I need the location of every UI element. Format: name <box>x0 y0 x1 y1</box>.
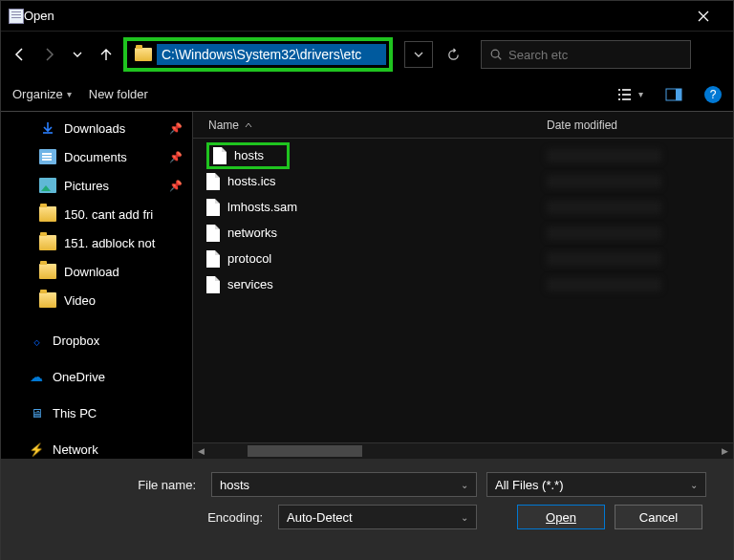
sidebar-item-label: Download <box>64 265 119 279</box>
open-button[interactable]: Open <box>517 505 605 529</box>
organize-menu[interactable]: Organize ▾ <box>12 87 72 101</box>
sidebar-item-folder-150[interactable]: 150. cant add fri <box>1 200 192 228</box>
chevron-down-icon: ⌄ <box>690 480 698 490</box>
sidebar-item-folder-151[interactable]: 151. adblock not <box>1 228 192 257</box>
chevron-down-icon: ▾ <box>638 89 643 99</box>
sidebar-item-onedrive[interactable]: ☁ OneDrive <box>1 362 192 391</box>
sidebar-item-documents[interactable]: Documents 📌 <box>1 142 192 171</box>
file-row[interactable]: lmhosts.sam <box>193 194 733 220</box>
date-modified-value <box>547 175 661 188</box>
onedrive-icon: ☁ <box>28 369 45 384</box>
view-options-button[interactable]: ▾ <box>616 83 643 106</box>
svg-rect-8 <box>622 94 631 96</box>
downloads-icon <box>39 120 56 136</box>
file-name: services <box>227 277 273 291</box>
chevron-down-icon: ⌄ <box>461 480 468 490</box>
sort-asc-icon <box>245 122 252 128</box>
help-icon: ? <box>710 88 717 101</box>
sidebar-item-network[interactable]: ⚡ Network <box>1 435 192 459</box>
file-list: hosts hosts.ics lmhosts.sam networks pro… <box>193 139 733 442</box>
horizontal-scrollbar[interactable]: ◀ ▶ <box>193 442 733 459</box>
filename-value: hosts <box>220 478 249 492</box>
sidebar-item-pictures[interactable]: Pictures 📌 <box>1 171 192 200</box>
encoding-value: Auto-Detect <box>287 510 353 525</box>
scroll-left-icon[interactable]: ◀ <box>193 443 209 460</box>
file-name: hosts <box>234 148 264 162</box>
search-input[interactable] <box>508 48 682 62</box>
sidebar-item-label: 150. cant add fri <box>64 207 153 222</box>
cancel-button[interactable]: Cancel <box>615 505 702 529</box>
pictures-icon <box>39 178 56 193</box>
file-name: protocol <box>227 251 271 266</box>
cancel-label: Cancel <box>639 510 678 525</box>
list-view-icon <box>617 87 637 102</box>
arrow-up-icon <box>98 47 114 62</box>
column-header-name[interactable]: Name <box>193 118 537 132</box>
column-header-label: Date modified <box>547 118 617 132</box>
encoding-combo[interactable]: Auto-Detect ⌄ <box>278 505 477 529</box>
encoding-label: Encoding: <box>20 510 269 525</box>
filename-combo[interactable]: hosts ⌄ <box>211 472 477 497</box>
help-button[interactable]: ? <box>704 86 722 103</box>
arrow-left-icon <box>12 47 28 62</box>
sidebar-item-label: This PC <box>53 406 97 420</box>
file-row[interactable]: protocol <box>193 246 733 271</box>
svg-rect-6 <box>618 98 620 100</box>
date-modified-value <box>547 201 661 214</box>
recent-locations-button[interactable] <box>66 43 89 66</box>
chevron-down-icon <box>73 50 82 59</box>
close-button[interactable] <box>681 1 725 32</box>
scroll-thumb[interactable] <box>248 445 362 457</box>
address-history-button[interactable] <box>404 41 433 68</box>
file-name: lmhosts.sam <box>227 200 297 214</box>
sidebar-item-folder-download[interactable]: Download <box>1 257 192 286</box>
window-title: Open <box>24 9 681 23</box>
forward-button[interactable] <box>37 43 60 66</box>
new-folder-button[interactable]: New folder <box>89 87 148 101</box>
sidebar-item-downloads[interactable]: Downloads 📌 <box>1 114 192 142</box>
chevron-down-icon: ▾ <box>67 89 72 99</box>
sidebar-item-label: Video <box>64 293 96 308</box>
open-dialog-window: Open Org <box>0 0 734 560</box>
date-modified-value <box>547 252 661 266</box>
file-row[interactable]: networks <box>193 220 733 246</box>
file-row[interactable]: hosts.ics <box>193 168 733 194</box>
filename-label: File name: <box>20 478 202 492</box>
pin-icon: 📌 <box>169 122 183 135</box>
up-button[interactable] <box>95 43 118 66</box>
pc-icon: 🖥 <box>28 405 45 420</box>
folder-icon <box>39 292 56 308</box>
file-row[interactable]: services <box>193 271 733 297</box>
file-pane: Name Date modified hosts hosts.ics lmhos… <box>192 112 733 459</box>
dialog-footer: File name: hosts ⌄ All Files (*.*) ⌄ Enc… <box>1 459 733 560</box>
network-icon: ⚡ <box>28 442 45 457</box>
search-box[interactable] <box>481 40 691 69</box>
sidebar-item-folder-video[interactable]: Video <box>1 286 192 314</box>
organize-label: Organize <box>12 87 63 101</box>
column-header-date[interactable]: Date modified <box>537 118 733 132</box>
scroll-right-icon[interactable]: ▶ <box>717 443 733 460</box>
toolbar: Organize ▾ New folder ▾ ? <box>1 77 733 112</box>
refresh-button[interactable] <box>439 41 467 68</box>
back-button[interactable] <box>9 43 32 66</box>
filetype-combo[interactable]: All Files (*.*) ⌄ <box>486 472 706 497</box>
sidebar-item-label: Pictures <box>64 179 109 193</box>
sidebar-item-this-pc[interactable]: 🖥 This PC <box>1 398 192 427</box>
sidebar-item-dropbox[interactable]: ⬦ Dropbox <box>1 326 192 355</box>
sidebar-item-label: Documents <box>64 150 127 164</box>
dropbox-icon: ⬦ <box>28 333 45 348</box>
explorer-body: Downloads 📌 Documents 📌 Pictures 📌 150. … <box>1 112 733 459</box>
file-row[interactable]: hosts <box>193 142 733 168</box>
sidebar-item-label: Downloads <box>64 121 125 136</box>
documents-icon <box>39 149 56 164</box>
file-name: hosts.ics <box>227 174 276 188</box>
address-input[interactable] <box>157 44 386 65</box>
date-modified-value <box>547 278 661 291</box>
new-folder-label: New folder <box>89 87 148 101</box>
file-icon <box>206 199 220 216</box>
search-icon <box>489 48 503 61</box>
preview-pane-button[interactable] <box>660 83 687 106</box>
sidebar: Downloads 📌 Documents 📌 Pictures 📌 150. … <box>1 112 192 459</box>
open-label: Open <box>546 510 576 525</box>
pin-icon: 📌 <box>169 180 183 192</box>
